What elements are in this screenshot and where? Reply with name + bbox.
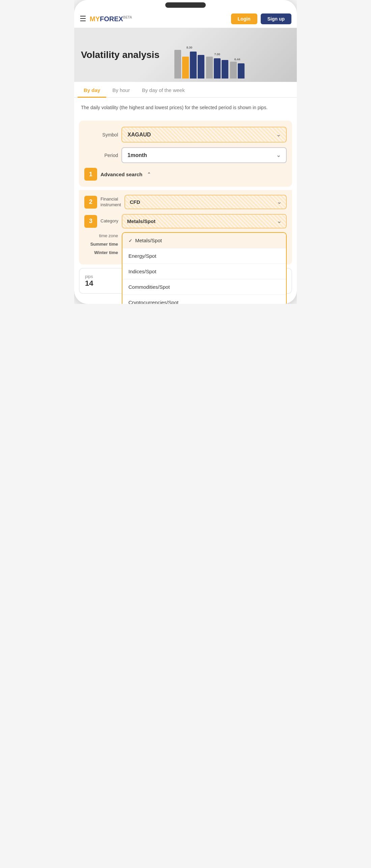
category-chevron-icon: ⌄ [277, 218, 281, 224]
summer-time-label: Summer time [88, 242, 118, 247]
category-dropdown-menu: ✓ Metals/Spot Energy/Spot Indices/Spot C… [122, 232, 287, 304]
category-value: Metals/Spot [127, 218, 155, 224]
results-unit: pips [85, 274, 93, 279]
bar-label-1: 8.30 [187, 46, 193, 49]
financial-instrument-row: 2 Financialinstrument CFD ⌄ [84, 195, 287, 209]
financial-instrument-chevron-icon: ⌄ [277, 199, 281, 205]
period-select[interactable]: 1month ⌄ [121, 147, 287, 163]
dropdown-label-1: Energy/Spot [129, 253, 156, 259]
logo-beta: BETA [123, 16, 132, 19]
hero-chart: 8.30 7.00 [174, 28, 297, 82]
dropdown-item-indices-spot[interactable]: Indices/Spot [122, 264, 286, 279]
bar-label-3: 6.44 [234, 58, 240, 61]
category-dropdown-container: Metals/Spot ⌄ ✓ Metals/Spot Energy/Spot … [122, 214, 287, 228]
financial-instrument-label-block: 2 Financialinstrument [84, 196, 121, 209]
category-label-block: 3 Category [84, 215, 118, 228]
dropdown-label-2: Indices/Spot [129, 269, 156, 274]
page-title: Volatility analysis [81, 50, 160, 60]
period-label: Period [84, 153, 118, 158]
financial-instrument-badge: 2 [84, 196, 97, 209]
financial-instrument-select[interactable]: CFD ⌄ [124, 195, 287, 209]
symbol-chevron-icon: ⌄ [276, 131, 281, 138]
notch-bar [165, 2, 206, 8]
advanced-panel: 2 Financialinstrument CFD ⌄ 3 Category M… [79, 190, 292, 265]
results-value: 14 [85, 279, 93, 288]
logo-forex: FOREX [100, 15, 123, 23]
timezone-label: time zone [88, 233, 118, 238]
period-row: Period 1month ⌄ [84, 147, 287, 163]
form-panel: Symbol XAGAUD ⌄ Period 1month ⌄ 1 Advanc… [79, 121, 292, 187]
dropdown-label-0: Metals/Spot [135, 238, 162, 243]
symbol-value: XAGAUD [127, 132, 151, 138]
dropdown-item-commodities-spot[interactable]: Commodities/Spot [122, 279, 286, 295]
tab-by-hour[interactable]: By hour [106, 82, 136, 97]
financial-instrument-value: CFD [130, 199, 140, 205]
category-label: Category [101, 218, 118, 224]
hero-banner: Volatility analysis 8.30 7.00 [74, 28, 297, 82]
tab-by-day[interactable]: By day [78, 82, 106, 97]
category-select[interactable]: Metals/Spot ⌄ [122, 214, 287, 228]
dropdown-item-energy-spot[interactable]: Energy/Spot [122, 248, 286, 264]
winter-time-label: Winter time [88, 250, 118, 255]
dropdown-label-3: Commodities/Spot [129, 284, 170, 290]
financial-instrument-label: Financialinstrument [101, 196, 121, 208]
dropdown-item-crypto-spot[interactable]: Cryptocurrencies/Spot [122, 295, 286, 304]
category-row: 3 Category Metals/Spot ⌄ ✓ Metals/Spot E… [84, 214, 287, 228]
tabs-container: By day By hour By day of the week [74, 82, 297, 98]
period-chevron-icon: ⌄ [276, 152, 281, 158]
advanced-badge: 1 [84, 168, 97, 181]
symbol-row: Symbol XAGAUD ⌄ [84, 127, 287, 143]
category-badge: 3 [84, 215, 97, 228]
dropdown-item-metals-spot[interactable]: ✓ Metals/Spot [122, 233, 286, 248]
advanced-chevron-icon[interactable]: ⌃ [147, 172, 151, 177]
header: ☰ MYFOREXBETA Login Sign up [74, 10, 297, 28]
advanced-search-label[interactable]: Advanced search [101, 172, 142, 177]
logo: MYFOREXBETA [90, 15, 228, 23]
dropdown-label-4: Cryptocurrencies/Spot [129, 300, 178, 304]
symbol-label: Symbol [84, 132, 118, 137]
bar-label-2: 7.00 [214, 53, 220, 56]
signup-button[interactable]: Sign up [261, 13, 291, 24]
symbol-select[interactable]: XAGAUD ⌄ [121, 127, 287, 143]
checkmark-icon: ✓ [129, 238, 133, 243]
tab-by-day-of-week[interactable]: By day of the week [136, 82, 191, 97]
advanced-search-row: 1 Advanced search ⌃ [84, 168, 287, 181]
phone-notch [74, 0, 297, 10]
login-button[interactable]: Login [231, 13, 257, 24]
chart-bars: 8.30 7.00 [174, 46, 245, 79]
period-value: 1month [127, 152, 147, 158]
logo-my: MY [90, 15, 100, 23]
hamburger-icon[interactable]: ☰ [80, 14, 86, 23]
description-text: The daily volatility (the highest and lo… [74, 98, 297, 117]
